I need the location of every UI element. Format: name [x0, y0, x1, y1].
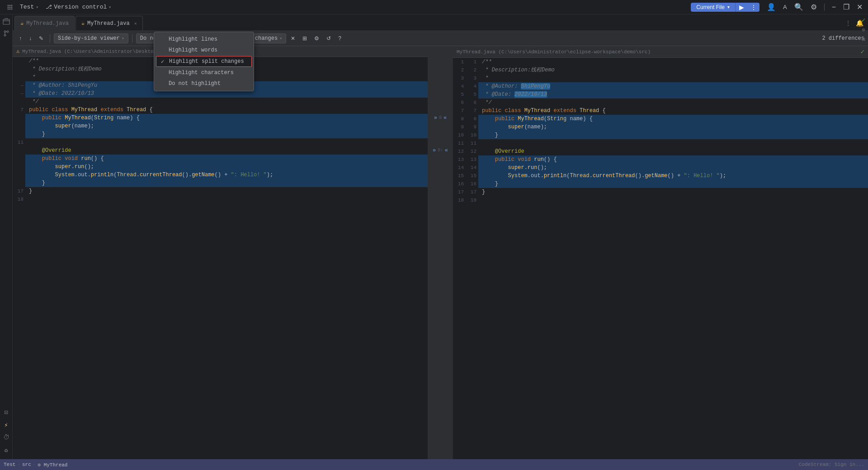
breadcrumb-src[interactable]: src [22, 462, 31, 467]
title-actions: 👤 A 🔍 ⚙ − ❐ ✕ [765, 1, 864, 13]
viewer-dropdown[interactable]: Side-by-side viewer ▾ [54, 33, 128, 43]
right-code-line-changed: public void run() { [478, 155, 868, 164]
close-button[interactable]: ✕ [855, 1, 864, 13]
right-code-line-changed: } [478, 180, 868, 188]
diff-nav-right-2[interactable]: « [445, 147, 448, 153]
left-code-line: */ [25, 98, 428, 106]
vcs-arrow: ▾ [108, 5, 111, 10]
checkmark-icon: ✓ [161, 58, 164, 65]
dropdown-item-highlight-words[interactable]: Highlight words [154, 45, 254, 56]
help-button[interactable]: ? [335, 34, 344, 43]
breadcrumb-test[interactable]: Test [4, 462, 15, 467]
current-file-label: Current File [696, 4, 725, 10]
diff-nav-left-1[interactable]: » [434, 114, 437, 121]
diff-settings-button[interactable]: ⚙ [311, 34, 322, 43]
left-code-line-changed: super.run(); [25, 163, 428, 171]
restore-button[interactable]: ❐ [841, 1, 851, 13]
title-bar: Test ▾ ⎇ Version control ▾ Current File … [0, 0, 868, 14]
minimize-button[interactable]: − [830, 1, 838, 13]
left-line-numbers: — — 7 11 17 18 [13, 57, 25, 459]
tab-bar: ☕ MyThread.java ☕ MyThread.java ✕ ⋮ 🔔 [13, 14, 868, 31]
search-icon-button[interactable]: 🔍 [793, 1, 805, 13]
checkmark-diff-icon[interactable]: ✓ [862, 16, 865, 24]
toolbar-sep-2 [132, 34, 132, 42]
right-pane-body: 1 2 3 4 5 6 7 8 9 10 11 12 13 14 15 16 1 [453, 58, 868, 459]
menu-icon[interactable] [4, 1, 16, 14]
left-code-line-changed: super(name); [25, 122, 428, 130]
right-code-line: @Override [478, 147, 868, 155]
mid-nav-row-2: » 0↕ « [433, 146, 448, 154]
right-code-line: * [478, 74, 868, 82]
highlight-arrow: ▾ [279, 36, 282, 41]
right-icon-3[interactable]: ⊟ [862, 36, 865, 43]
highlight-split-label: Highlight split changes [169, 58, 244, 65]
project-name-dropdown[interactable]: Test ▾ [20, 4, 38, 10]
right-icon-2[interactable]: ⊙ [862, 27, 865, 33]
left-code-line [25, 195, 428, 203]
right-code-line [478, 196, 868, 204]
tab-2-icon: ☕ [81, 20, 85, 27]
breadcrumb-mythread[interactable]: ⊙ MyThread [38, 462, 67, 468]
right-code-line: } [478, 188, 868, 196]
sidebar-git-icon[interactable] [1, 28, 12, 39]
left-code-line-changed: System.out.println(Thread.currentThread(… [25, 171, 428, 179]
diff-nav-left-2[interactable]: » [433, 147, 436, 153]
diff-count-label: 2 differences [822, 35, 864, 42]
main-area: ☕ MyThread.java ☕ MyThread.java ✕ ⋮ 🔔 ↑ … [13, 14, 868, 459]
right-line-numbers-right: 1 2 3 4 5 6 7 8 9 10 11 12 13 14 15 16 1 [466, 58, 478, 459]
mid-gutter-header [428, 46, 453, 56]
left-code-line-changed: } [25, 179, 428, 187]
dropdown-item-highlight-lines[interactable]: Highlight lines [154, 34, 254, 45]
left-code-area: /** * Description:线程Demo * * @Author: Sh… [25, 57, 428, 459]
vcs-button[interactable]: ⎇ Version control ▾ [46, 4, 111, 10]
svg-point-12 [4, 34, 6, 36]
sidebar-project-icon[interactable] [1, 16, 12, 27]
svg-point-7 [9, 8, 11, 9]
current-file-arrow: ▾ [727, 5, 730, 9]
refresh-button[interactable]: ↺ [324, 34, 334, 43]
tab-mythread-2[interactable]: ☕ MyThread.java ✕ [75, 16, 143, 30]
right-code-line-changed: public MyThread(String name) { [478, 115, 868, 123]
no-highlight-label: Do not highlight [169, 80, 221, 87]
right-code-area: /** * Description:线程Demo * * @Author: Sh… [478, 58, 868, 459]
current-file-button[interactable]: Current File ▾ [691, 3, 735, 12]
sidebar-lightning-icon[interactable]: ⚡ [1, 419, 12, 430]
translate-icon-button[interactable]: A [781, 2, 789, 12]
tab-mythread-1[interactable]: ☕ MyThread.java [14, 16, 75, 30]
svg-point-4 [9, 6, 11, 8]
right-code-line [478, 139, 868, 147]
sidebar-codestream-icon[interactable]: ♻ [1, 445, 12, 456]
right-code-line-changed: * @Author: ShiPengYu [478, 82, 868, 90]
breadcrumb: Test › src › ⊙ MyThread [4, 462, 67, 468]
columns-button[interactable]: ⊞ [300, 34, 310, 43]
next-diff-button[interactable]: ↓ [26, 34, 34, 43]
user-icon-button[interactable]: 👤 [765, 1, 778, 13]
close-diff-button[interactable]: ✕ [288, 34, 298, 43]
dropdown-item-no-highlight[interactable]: Do not highlight [154, 78, 254, 89]
svg-rect-9 [3, 19, 9, 24]
right-code-line-changed: super.run(); [478, 164, 868, 172]
edit-button[interactable]: ✎ [36, 34, 46, 43]
left-sidebar: ⊡ ⚡ ⏱ ♻ [0, 14, 13, 459]
dropdown-item-highlight-chars[interactable]: Highlight characters [154, 67, 254, 78]
prev-diff-button[interactable]: ↑ [16, 34, 24, 43]
run-more-button[interactable]: ⋮ [748, 3, 760, 12]
mid-line-indicator-2: 0↕ [438, 148, 443, 153]
tab-action-more[interactable]: ⋮ [844, 19, 852, 28]
codestream-label[interactable]: CodeStream: Sign in... [799, 462, 864, 467]
diff-area: ⚠ MyThread.java (C:\Users\Administrator\… [13, 46, 868, 459]
sidebar-bookmark-icon[interactable]: ⊡ [1, 407, 12, 418]
right-code-line-changed: } [478, 131, 868, 139]
diff-nav-right-1[interactable]: « [443, 114, 447, 121]
tab-2-close[interactable]: ✕ [134, 21, 137, 26]
right-checkmark-icon: ✓ [861, 48, 864, 56]
settings-icon-button[interactable]: ⚙ [809, 1, 819, 13]
dropdown-item-highlight-split[interactable]: ✓ Highlight split changes [156, 56, 252, 67]
sidebar-clock-icon[interactable]: ⏱ [1, 432, 12, 443]
right-pane: MyThread.java (C:\Users\Administrator\ec… [453, 46, 868, 459]
vcs-icon: ⎇ [46, 4, 52, 10]
right-line-numbers-left: 1 2 3 4 5 6 7 8 9 10 11 12 13 14 15 16 1 [453, 58, 466, 459]
run-button[interactable]: ▶ [736, 3, 748, 12]
right-notification-panel: ✓ ⊙ ⊟ [859, 14, 868, 43]
right-code-line-changed: * @Date: 2022/10/13 [478, 90, 868, 99]
